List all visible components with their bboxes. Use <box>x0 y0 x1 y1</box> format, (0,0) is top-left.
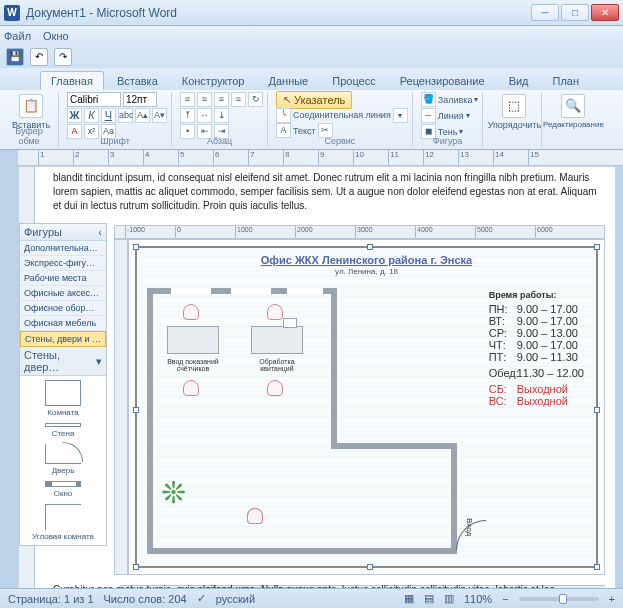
resize-handle-se[interactable] <box>594 564 600 570</box>
align-bottom-button[interactable]: ⤓ <box>214 108 229 123</box>
word-icon: W <box>4 5 20 21</box>
tab-home[interactable]: Главная <box>40 71 104 90</box>
shapes-cat-4[interactable]: Офисное обор… <box>20 301 106 316</box>
status-zoom[interactable]: 110% <box>464 593 492 605</box>
shadow-button[interactable]: Тень <box>438 127 458 137</box>
stencil-dropdown-icon[interactable]: ▾ <box>96 355 102 368</box>
pointer-button[interactable]: ↖ Указатель <box>276 91 352 109</box>
align-right-button[interactable]: ≡ <box>214 92 229 107</box>
connector-dropdown[interactable]: ▾ <box>393 108 408 123</box>
shapes-cat-1[interactable]: Экспресс-фигу… <box>20 256 106 271</box>
group-font: Шрифт <box>63 136 167 146</box>
view-web-icon[interactable]: ▥ <box>444 592 454 605</box>
minimize-button[interactable]: ─ <box>531 4 559 21</box>
strike-button[interactable]: abc <box>118 108 133 123</box>
tab-design[interactable]: Конструктор <box>171 71 256 90</box>
visitor-chair-2 <box>267 380 283 396</box>
status-lang-icon: ✓ <box>197 592 206 605</box>
font-size-select[interactable] <box>123 92 157 107</box>
stencil-room[interactable] <box>45 380 81 406</box>
shapes-cat-6[interactable]: Стены, двери и … <box>20 331 106 347</box>
qat-save[interactable]: 💾 <box>6 48 24 66</box>
shapes-collapse-icon[interactable]: ‹ <box>98 226 102 238</box>
drawing-canvas[interactable]: Офис ЖКХ Ленинского района г. Энска ул. … <box>128 239 605 575</box>
resize-handle-ne[interactable] <box>594 244 600 250</box>
align-middle-button[interactable]: ↔ <box>197 108 212 123</box>
stencil-wall[interactable] <box>45 423 81 427</box>
connector-button[interactable]: Соединительная линия <box>293 110 391 120</box>
shapes-title: Фигуры <box>24 226 62 238</box>
visitor-chair-1 <box>183 380 199 396</box>
tab-process[interactable]: Процесс <box>321 71 386 90</box>
menu-file[interactable]: Файл <box>4 30 31 42</box>
close-button[interactable]: ✕ <box>591 4 619 21</box>
font-name-select[interactable] <box>67 92 121 107</box>
monitor-icon <box>283 318 297 328</box>
paste-button[interactable]: 📋 Вставить <box>8 92 54 130</box>
tab-review[interactable]: Рецензирование <box>389 71 496 90</box>
qat-redo[interactable]: ↷ <box>54 48 72 66</box>
view-read-icon[interactable]: ▤ <box>424 592 434 605</box>
stencil-window[interactable] <box>45 481 81 487</box>
status-page[interactable]: Страница: 1 из 1 <box>8 593 94 605</box>
align-top-button[interactable]: ⤒ <box>180 108 195 123</box>
desk-1 <box>167 326 219 354</box>
resize-handle-nw[interactable] <box>133 244 139 250</box>
line-button[interactable]: Линия <box>438 111 464 121</box>
stencil-door[interactable] <box>45 444 81 464</box>
stencil-head: Стены, двер… <box>24 349 96 373</box>
office-chair-1 <box>183 304 199 320</box>
floorplan-rooms: Ввод показаний счётчиков Обработка квита… <box>147 288 486 556</box>
tab-data[interactable]: Данные <box>257 71 319 90</box>
zoom-out-button[interactable]: − <box>502 593 508 605</box>
zoom-slider[interactable] <box>519 597 599 601</box>
shapes-cat-3[interactable]: Офисные аксесс… <box>20 286 106 301</box>
ruler-horizontal: 123 456 789 101112 131415 <box>18 150 623 166</box>
view-print-icon[interactable]: ▦ <box>404 592 414 605</box>
arrange-button[interactable]: ⬚ Упорядочить <box>491 92 537 130</box>
resize-handle-e[interactable] <box>594 407 600 413</box>
align-left-button[interactable]: ≡ <box>180 92 195 107</box>
canvas-ruler-h: -1000 0 1000 2000 3000 4000 5000 6000 <box>114 225 605 239</box>
tab-view[interactable]: Вид <box>498 71 540 90</box>
shrink-font-button[interactable]: A▾ <box>152 108 167 123</box>
align-center-button[interactable]: ≡ <box>197 92 212 107</box>
tab-plan[interactable]: План <box>542 71 591 90</box>
text-button[interactable]: Текст <box>293 126 316 136</box>
floorplan-title: Офис ЖКХ Ленинского района г. Энска <box>137 254 596 266</box>
qat-undo[interactable]: ↶ <box>30 48 48 66</box>
paste-icon: 📋 <box>19 94 43 118</box>
stencil-corner-room[interactable] <box>45 504 81 530</box>
line-icon[interactable]: ─ <box>421 108 436 123</box>
shapes-cat-2[interactable]: Рабочие места <box>20 271 106 286</box>
resize-handle-s[interactable] <box>367 564 373 570</box>
maximize-button[interactable]: □ <box>561 4 589 21</box>
plant-icon: ❊ <box>161 478 197 514</box>
status-lang[interactable]: русский <box>216 593 255 605</box>
orient-button[interactable]: ↻ <box>248 92 263 107</box>
shapes-cat-5[interactable]: Офисная мебель <box>20 316 106 331</box>
align-justify-button[interactable]: ≡ <box>231 92 246 107</box>
connector-icon[interactable]: ╰ <box>276 108 291 123</box>
resize-handle-sw[interactable] <box>133 564 139 570</box>
wait-chair <box>247 508 263 524</box>
opening-hours: Время работы: ПН:9.00 – 17.00 ВТ:9.00 – … <box>489 290 584 407</box>
zoom-in-button[interactable]: + <box>609 593 615 605</box>
group-clipboard: Буфер обме <box>4 126 54 146</box>
menu-window[interactable]: Окно <box>43 30 69 42</box>
bold-button[interactable]: Ж <box>67 108 82 123</box>
fill-button[interactable]: Заливка <box>438 95 473 105</box>
shapes-panel: Фигуры‹ Дополнительна… Экспресс-фигу… Ра… <box>19 223 107 546</box>
status-words[interactable]: Число слов: 204 <box>104 593 187 605</box>
resize-handle-n[interactable] <box>367 244 373 250</box>
resize-handle-w[interactable] <box>133 407 139 413</box>
editing-button[interactable]: 🔍 Редактирование <box>550 92 596 129</box>
shapes-cat-0[interactable]: Дополнительна… <box>20 241 106 256</box>
grow-font-button[interactable]: A▴ <box>135 108 150 123</box>
entrance-label: Вход <box>465 518 474 536</box>
floorplan-subtitle: ул. Ленина, д. 18 <box>137 267 596 276</box>
fill-icon[interactable]: 🪣 <box>421 92 436 107</box>
italic-button[interactable]: К <box>84 108 99 123</box>
tab-insert[interactable]: Вставка <box>106 71 169 90</box>
underline-button[interactable]: Ч <box>101 108 116 123</box>
